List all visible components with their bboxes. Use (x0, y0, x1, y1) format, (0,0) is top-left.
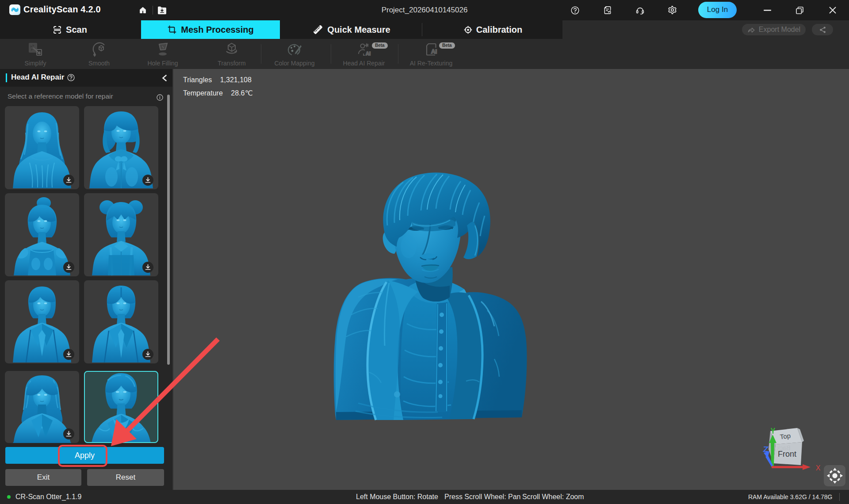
svg-text:AI: AI (431, 48, 437, 55)
svg-text:Top: Top (780, 432, 791, 441)
svg-text:X: X (816, 464, 821, 472)
svg-text:Back: Back (776, 444, 790, 451)
svg-text:AI: AI (366, 51, 371, 56)
